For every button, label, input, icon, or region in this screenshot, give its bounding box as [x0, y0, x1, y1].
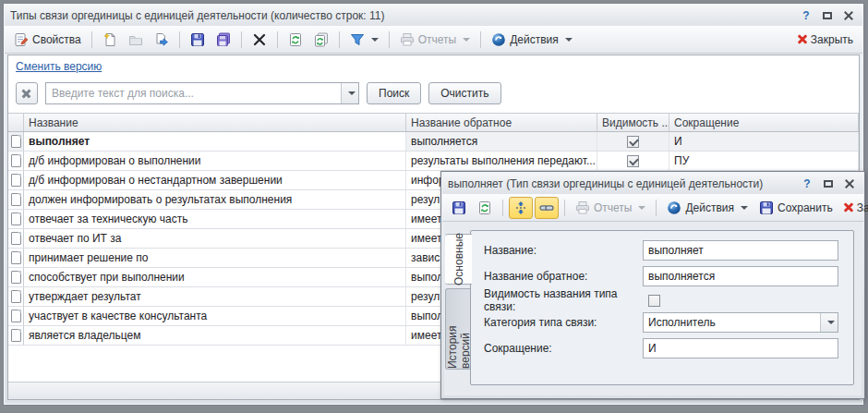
- abbreviation-label: Сокращение:: [484, 342, 643, 355]
- save-button[interactable]: [186, 29, 210, 51]
- search-button[interactable]: Поиск: [367, 82, 421, 104]
- category-select[interactable]: Исполнитель: [643, 312, 838, 333]
- cell-name[interactable]: должен информировать о результатах выпол…: [24, 190, 406, 209]
- cell-name[interactable]: д/б информирован о нестандартном заверше…: [24, 171, 406, 189]
- copy-button[interactable]: [150, 29, 174, 51]
- dialog-form-panel: Название: Название обратное: Видимость н…: [470, 230, 854, 385]
- reports-caret-icon: [638, 206, 645, 210]
- filter-button[interactable]: [345, 29, 383, 51]
- dialog-close-button[interactable]: Закрыть: [839, 198, 868, 218]
- dialog-refresh-button[interactable]: [473, 197, 497, 219]
- category-dropdown-button[interactable]: [820, 313, 838, 332]
- cell-name[interactable]: является владельцем: [24, 326, 406, 345]
- cell-visibility[interactable]: [597, 132, 669, 151]
- row-icon-cell: [8, 326, 24, 345]
- link-toggle-button[interactable]: [535, 197, 559, 219]
- dialog-titlebar: выполняет (Тип связи оргединицы с единиц…: [442, 173, 863, 194]
- dialog-help-button[interactable]: ?: [801, 177, 814, 190]
- cell-reverse-name[interactable]: результаты выполнения передают...: [406, 152, 597, 170]
- cell-name[interactable]: утверждает результат: [24, 287, 406, 306]
- save-all-button[interactable]: [211, 29, 235, 51]
- tab-version-history[interactable]: История версий: [445, 288, 471, 370]
- dialog-close-window-button[interactable]: [843, 177, 856, 190]
- cell-name[interactable]: д/б информирован о выполнении: [24, 152, 406, 170]
- help-button[interactable]: ?: [800, 9, 813, 22]
- refresh-all-button[interactable]: [309, 29, 333, 51]
- table-header: Название Название обратное Видимость ...…: [8, 113, 859, 132]
- cell-name[interactable]: участвует в качестве консультанта: [24, 307, 406, 325]
- actions-label: Действия: [510, 33, 559, 46]
- delete-button[interactable]: [247, 29, 271, 51]
- actions-button[interactable]: Действия: [487, 29, 577, 51]
- table-row[interactable]: д/б информирован о выполнении результаты…: [8, 152, 859, 171]
- cell-name[interactable]: отвечает за техническую часть: [24, 210, 406, 228]
- reports-caret-icon: [463, 38, 470, 42]
- save-icon: [759, 200, 774, 215]
- open-folder-icon: [128, 32, 143, 47]
- clear-button[interactable]: Очистить: [428, 82, 500, 104]
- cell-name[interactable]: принимает решение по: [24, 249, 406, 267]
- name-input[interactable]: [643, 240, 838, 261]
- visibility-checkbox[interactable]: [627, 155, 639, 167]
- cell-name[interactable]: способствует при выполнении: [24, 268, 406, 286]
- cell-reverse-name[interactable]: выполняется: [406, 132, 597, 151]
- document-icon: [11, 310, 21, 322]
- properties-button[interactable]: Свойства: [9, 29, 86, 51]
- dialog-toolbar: Отчеты Действия Сохранить Закрыть: [442, 194, 863, 222]
- reports-button[interactable]: Отчеты: [395, 29, 475, 51]
- dialog-save-button[interactable]: Сохранить: [754, 197, 838, 219]
- refresh-button[interactable]: [283, 29, 307, 51]
- separator: [656, 200, 657, 216]
- dialog-actions-button[interactable]: Действия: [662, 197, 753, 219]
- refresh-icon: [288, 32, 303, 47]
- dialog-save-icon-button[interactable]: [447, 197, 471, 219]
- header-abbreviation[interactable]: Сокращение: [669, 114, 859, 131]
- cell-abbreviation[interactable]: И: [669, 132, 859, 151]
- actions-icon: [491, 32, 506, 47]
- search-close-button[interactable]: [16, 82, 38, 104]
- separator: [91, 31, 92, 48]
- category-value: Исполнитель: [644, 316, 820, 329]
- table-row[interactable]: выполняет выполняется И: [8, 132, 859, 152]
- field-category: Категория типа связи: Исполнитель: [484, 312, 842, 333]
- row-icon-cell: [8, 132, 24, 151]
- search-box: [45, 82, 359, 104]
- close-icon: [845, 179, 854, 188]
- document-icon: [11, 290, 21, 303]
- change-version-link[interactable]: Сменить версию: [16, 60, 102, 73]
- dialog-reports-button[interactable]: Отчеты: [571, 197, 650, 219]
- search-input[interactable]: [46, 83, 341, 103]
- document-icon: [11, 232, 21, 245]
- close-red-icon: [844, 203, 853, 213]
- cell-name[interactable]: отвечает по ИТ за: [24, 229, 406, 248]
- close-button[interactable]: Закрыть: [793, 30, 858, 50]
- close-window-button[interactable]: [842, 9, 855, 22]
- maximize-icon: [823, 12, 832, 19]
- reverse-name-input[interactable]: [643, 266, 838, 286]
- maximize-button[interactable]: [821, 9, 834, 22]
- tab-main[interactable]: Основные: [445, 234, 472, 285]
- search-caret-icon: [348, 91, 356, 95]
- header-visibility[interactable]: Видимость ...: [597, 114, 669, 131]
- cell-abbreviation[interactable]: ПУ: [669, 152, 859, 170]
- header-reverse-name[interactable]: Название обратное: [406, 114, 597, 131]
- open-button[interactable]: [124, 29, 148, 51]
- properties-icon: [14, 32, 29, 47]
- search-dropdown-button[interactable]: [341, 83, 358, 103]
- cell-visibility[interactable]: [597, 152, 669, 170]
- visibility-label: Видимость названия типа связи:: [484, 287, 648, 313]
- header-name[interactable]: Название: [24, 114, 406, 131]
- properties-label: Свойства: [32, 33, 81, 46]
- cell-name[interactable]: выполняет: [24, 132, 406, 151]
- new-button[interactable]: [98, 29, 122, 51]
- abbreviation-input[interactable]: [643, 338, 838, 358]
- document-icon: [11, 135, 21, 148]
- visibility-checkbox[interactable]: [648, 295, 660, 307]
- resize-toggle-button[interactable]: [509, 197, 533, 219]
- visibility-checkbox[interactable]: [627, 136, 639, 148]
- document-icon: [11, 329, 21, 342]
- dialog-maximize-button[interactable]: [822, 177, 835, 190]
- close-red-icon: [798, 35, 807, 44]
- separator: [241, 31, 242, 48]
- separator: [480, 31, 481, 48]
